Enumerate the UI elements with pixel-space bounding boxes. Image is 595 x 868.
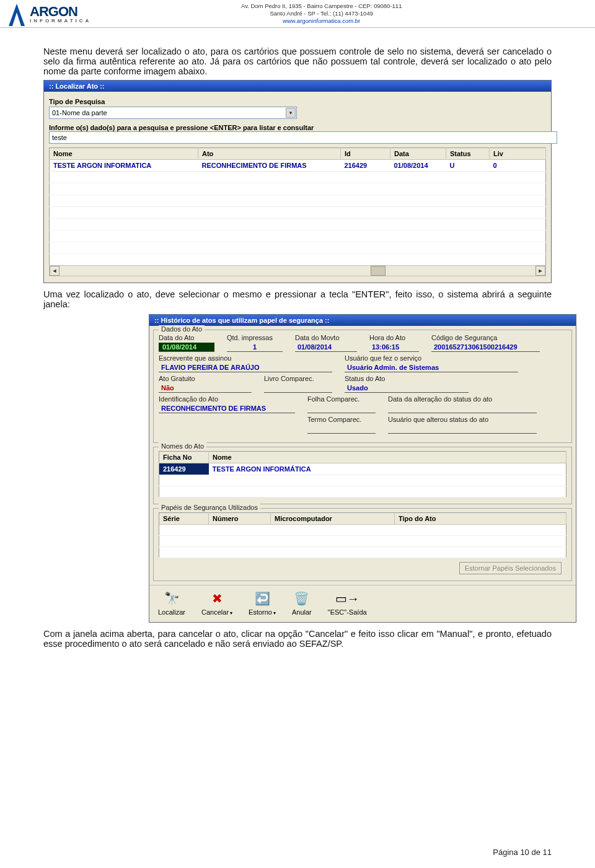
termo-comparec-value	[307, 424, 376, 434]
col-id[interactable]: Id	[341, 148, 390, 160]
paragraph-3: Com a janela acima aberta, para cancelar…	[43, 629, 552, 649]
codigo-seguranca-value: 20016527130615002164​29	[431, 343, 540, 352]
scroll-left-icon[interactable]: ◄	[50, 266, 60, 276]
col-nome[interactable]: Nome	[50, 148, 198, 160]
papeis-seguranca-fieldset: Papéis de Segurança Utilizados Série Núm…	[153, 508, 572, 581]
ato-gratuito-value: Não	[159, 384, 252, 393]
hora-ato-value: 13:06:15	[369, 343, 419, 352]
undo-icon: ↩️	[253, 590, 271, 607]
tipo-pesquisa-select[interactable]	[49, 107, 297, 119]
cancel-icon: ✖	[208, 590, 226, 607]
exit-icon: ▭→	[338, 590, 356, 607]
pesquisa-input[interactable]	[49, 131, 557, 144]
informe-label: Informe o(s) dado(s) para a pesquisa e p…	[49, 124, 546, 131]
resultado-grid[interactable]: Nome Ato Id Data Status Liv TESTE ARGON …	[49, 147, 546, 266]
page-header: ARGON INFORMATICA Av. Dom Pedro II, 1935…	[0, 0, 595, 28]
header-address: Av. Dom Pedro II, 1935 - Bairro Campestr…	[91, 1, 552, 25]
status-ato-value: Usado	[345, 384, 469, 393]
col-data[interactable]: Data	[390, 148, 446, 160]
col-ato[interactable]: Ato	[198, 148, 341, 160]
grid-scrollbar[interactable]: ◄ ►	[49, 265, 546, 276]
tipo-pesquisa-label: Tipo de Pesquisa	[49, 98, 546, 105]
page-footer: Página 10 de 11	[493, 848, 552, 857]
folha-comparec-value	[307, 404, 376, 413]
data-movto-value: 01/08/2014	[295, 343, 357, 352]
col-status[interactable]: Status	[446, 148, 490, 160]
logo-block: ARGON INFORMATICA	[6, 1, 91, 26]
paragraph-2: Uma vez localizado o ato, deve seleciona…	[43, 289, 552, 309]
argon-logo-icon	[6, 1, 27, 26]
scroll-right-icon[interactable]: ►	[536, 266, 545, 276]
historico-window: :: Histórico de atos que utilizam papel …	[149, 314, 576, 623]
data-alteracao-value	[388, 404, 537, 413]
address-line-2: Santo André - SP - Tel.: (11) 4473-1049	[91, 10, 552, 17]
table-row[interactable]: TESTE ARGON INFORMATICA RECONHECIMENTO D…	[50, 160, 546, 172]
chevron-down-icon: ▾	[230, 610, 232, 616]
cancelar-button[interactable]: ✖ Cancelar▾	[201, 590, 232, 616]
localizar-ato-titlebar: :: Localizar Ato ::	[44, 81, 551, 92]
header-site: www.argoninformatica.com.br	[91, 17, 552, 25]
identificacao-ato-value: RECONHECIMENTO DE FIRMAS	[159, 404, 295, 413]
table-row[interactable]: 216429 TESTE ARGON INFORMÁTICA	[159, 463, 566, 475]
binoculars-icon: 🔭	[163, 590, 180, 607]
dados-do-ato-fieldset: Dados do Ato Data do Ato 01/08/2014 Qtd.…	[153, 330, 572, 443]
address-line-1: Av. Dom Pedro II, 1935 - Bairro Campestr…	[91, 2, 552, 10]
usuario-alteracao-value	[388, 424, 537, 434]
scroll-thumb[interactable]	[371, 266, 386, 276]
qtd-impressas-value: 1	[227, 343, 283, 352]
esc-saida-button[interactable]: ▭→ "ESC"-Saída	[328, 590, 367, 616]
nomes-do-ato-fieldset: Nomes do Ato Ficha No Nome 216429 TESTE …	[153, 447, 572, 504]
estorno-button[interactable]: ↩️ Estorno▾	[249, 590, 276, 616]
chevron-down-icon: ▾	[273, 610, 276, 616]
escrevente-value: FLAVIO PEREIRA DE ARAÚJO	[159, 363, 332, 372]
localizar-button[interactable]: 🔭 Localizar	[158, 590, 185, 616]
paragraph-1: Neste menu deverá ser localizado o ato, …	[43, 46, 552, 76]
livro-comparec-value	[264, 384, 332, 393]
historico-toolbar: 🔭 Localizar ✖ Cancelar▾ ↩️ Estorno▾ 🗑️ A…	[149, 585, 576, 622]
papeis-grid[interactable]: Série Número Microcomputador Tipo do Ato	[159, 512, 566, 558]
trash-icon: 🗑️	[293, 590, 311, 607]
dados-do-ato-legend: Dados do Ato	[159, 325, 205, 333]
usuario-servico-value: Usuário Admin. de Sistemas	[345, 363, 518, 372]
col-livro[interactable]: Liv	[490, 148, 546, 160]
estornar-papeis-button[interactable]: Estornar Papéis Selecionados	[459, 562, 562, 574]
data-ato-value: 01/08/2014	[159, 343, 214, 352]
localizar-ato-window: :: Localizar Ato :: Tipo de Pesquisa ▼ I…	[43, 80, 552, 283]
anular-button[interactable]: 🗑️ Anular	[292, 590, 312, 616]
chevron-down-icon[interactable]: ▼	[286, 108, 296, 118]
logo-subtitle: INFORMATICA	[30, 18, 91, 24]
historico-titlebar: :: Histórico de atos que utilizam papel …	[149, 315, 576, 326]
nomes-grid[interactable]: Ficha No Nome 216429 TESTE ARGON INFORMÁ…	[159, 451, 566, 498]
